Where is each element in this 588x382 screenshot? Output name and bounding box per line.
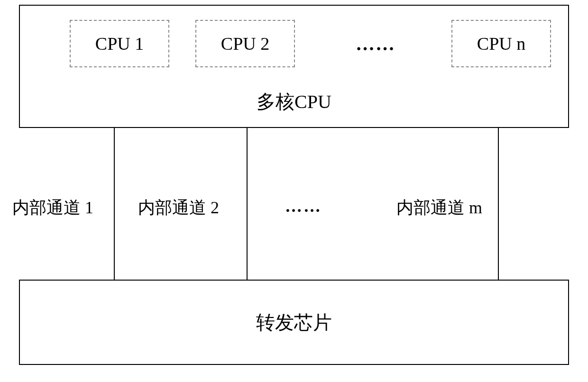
cpu-core-2: CPU 2: [195, 20, 295, 67]
cpu-cores-row: CPU 1 CPU 2 …… CPU n: [20, 20, 568, 67]
internal-channels-area: 内部通道 1 内部通道 2 …… 内部通道 m: [19, 128, 569, 280]
cpu-1-label: CPU 1: [95, 33, 144, 54]
channel-ellipsis: ……: [282, 194, 325, 218]
forwarding-chip-title: 转发芯片: [256, 309, 332, 336]
channel-line-1: [114, 128, 115, 280]
cpu-ellipsis: ……: [328, 33, 423, 55]
cpu-core-1: CPU 1: [70, 20, 169, 67]
channel-line-2: [247, 128, 248, 280]
architecture-diagram: CPU 1 CPU 2 …… CPU n 多核CPU 内部通道 1 内部通道 2…: [19, 5, 569, 365]
multicore-cpu-box: CPU 1 CPU 2 …… CPU n 多核CPU: [19, 5, 569, 128]
channel-m-label: 内部通道 m: [394, 194, 485, 221]
cpu-core-n: CPU n: [451, 20, 551, 67]
cpu-2-label: CPU 2: [221, 33, 269, 54]
forwarding-chip-box: 转发芯片: [19, 280, 569, 365]
channel-1-label: 内部通道 1: [9, 194, 96, 221]
channel-2-label: 内部通道 2: [135, 194, 222, 221]
multicore-cpu-title: 多核CPU: [20, 89, 568, 115]
channel-line-m: [498, 128, 499, 280]
cpu-n-label: CPU n: [477, 33, 525, 54]
